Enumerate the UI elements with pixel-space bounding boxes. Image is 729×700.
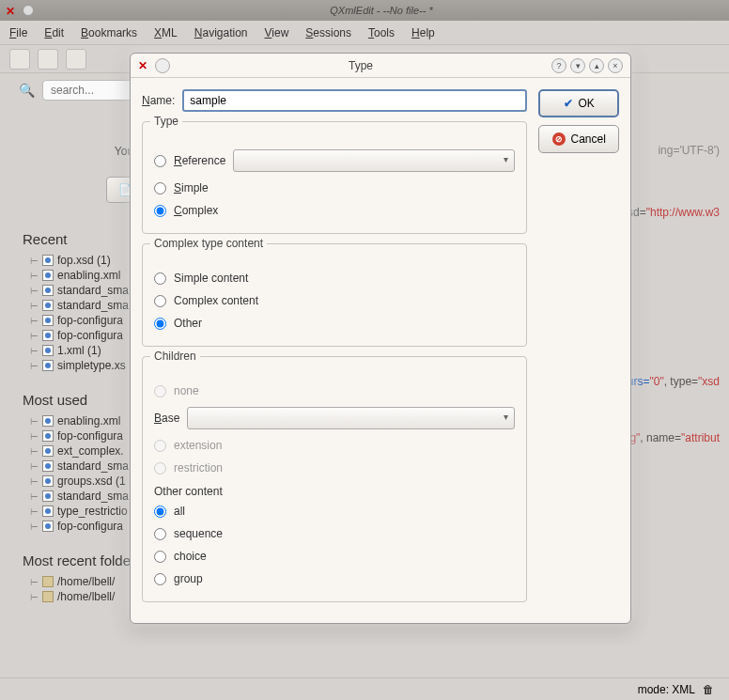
dialog-x-icon[interactable]: × bbox=[608, 58, 623, 73]
window-control-icon[interactable] bbox=[23, 5, 34, 16]
simple-content-radio[interactable] bbox=[154, 272, 166, 285]
menu-view[interactable]: View bbox=[265, 26, 289, 39]
file-icon bbox=[42, 330, 54, 341]
reference-combo[interactable] bbox=[233, 149, 515, 172]
folder-icon bbox=[42, 576, 54, 587]
dialog-title: Type bbox=[170, 59, 551, 72]
other-content-label: Other content bbox=[152, 479, 517, 500]
simple-content-label: Simple content bbox=[174, 272, 248, 285]
group-radio[interactable] bbox=[154, 573, 166, 585]
simple-label: Simple bbox=[174, 181, 209, 194]
cancel-button[interactable]: ⊘ Cancel bbox=[538, 125, 619, 153]
file-icon bbox=[42, 360, 54, 371]
file-icon bbox=[42, 345, 54, 356]
menubar: File Edit Bookmarks XML Navigation View … bbox=[0, 21, 729, 45]
base-combo[interactable] bbox=[187, 407, 515, 429]
extension-label: extension bbox=[174, 439, 222, 452]
dialog-close-icon[interactable]: ✕ bbox=[138, 59, 151, 72]
type-dialog: ✕ Type ? ▾ ▴ × Name: Type Reference bbox=[130, 53, 631, 624]
ctc-legend: Complex type content bbox=[150, 237, 267, 250]
file-icon bbox=[42, 475, 54, 487]
reference-radio[interactable] bbox=[154, 155, 166, 167]
file-icon bbox=[42, 506, 54, 517]
folder-icon bbox=[42, 591, 54, 602]
sequence-radio[interactable] bbox=[154, 528, 166, 540]
none-radio bbox=[154, 385, 166, 397]
file-icon bbox=[42, 430, 54, 442]
file-icon bbox=[42, 300, 54, 311]
children-legend: Children bbox=[150, 350, 200, 363]
all-radio[interactable] bbox=[154, 506, 166, 518]
menu-sessions[interactable]: Sessions bbox=[305, 26, 351, 39]
file-icon bbox=[42, 255, 54, 266]
menu-help[interactable]: Help bbox=[411, 26, 435, 39]
save-button[interactable] bbox=[66, 49, 86, 70]
group-label: group bbox=[174, 572, 203, 585]
file-icon bbox=[42, 270, 54, 281]
choice-label: choice bbox=[174, 550, 207, 563]
file-icon bbox=[42, 490, 54, 502]
window-close-icon[interactable]: ✕ bbox=[6, 5, 17, 16]
base-label: Base bbox=[154, 412, 179, 425]
complex-content-label: Complex content bbox=[174, 294, 258, 307]
restriction-label: restriction bbox=[174, 461, 223, 474]
name-input[interactable] bbox=[182, 89, 527, 112]
all-label: all bbox=[174, 505, 185, 518]
xml-fragment: ing='UTF-8') sd="http://www.w3 curs="0",… bbox=[621, 103, 720, 485]
cancel-icon: ⊘ bbox=[552, 132, 566, 146]
choice-radio[interactable] bbox=[154, 551, 166, 563]
extension-radio bbox=[154, 440, 166, 452]
dialog-max-icon[interactable]: ▴ bbox=[589, 58, 604, 73]
menu-edit[interactable]: Edit bbox=[44, 26, 64, 39]
restriction-radio bbox=[154, 462, 166, 474]
status-icon: 🗑 bbox=[703, 683, 714, 696]
window-title: QXmlEdit - --No file-- * bbox=[39, 5, 723, 16]
dialog-control-icon[interactable] bbox=[155, 58, 170, 73]
ok-button[interactable]: ✔ OK bbox=[538, 89, 619, 117]
menu-file[interactable]: File bbox=[9, 26, 27, 39]
reference-label: Reference bbox=[174, 154, 225, 167]
dialog-min-icon[interactable]: ▾ bbox=[570, 58, 585, 73]
file-icon bbox=[42, 415, 54, 427]
complex-content-radio[interactable] bbox=[154, 295, 166, 307]
type-legend: Type bbox=[150, 115, 182, 128]
other-radio[interactable] bbox=[154, 318, 166, 330]
name-label: Name: bbox=[142, 94, 175, 107]
sequence-label: sequence bbox=[174, 527, 223, 540]
none-label: none bbox=[174, 384, 199, 397]
file-icon bbox=[42, 315, 54, 326]
file-icon bbox=[42, 521, 54, 532]
dialog-help-icon[interactable]: ? bbox=[551, 58, 566, 73]
file-icon bbox=[42, 445, 54, 457]
ok-icon: ✔ bbox=[564, 97, 573, 110]
menu-xml[interactable]: XML bbox=[154, 26, 178, 39]
menu-navigation[interactable]: Navigation bbox=[194, 26, 248, 39]
simple-radio[interactable] bbox=[154, 182, 166, 194]
menu-bookmarks[interactable]: Bookmarks bbox=[81, 26, 137, 39]
file-icon bbox=[42, 460, 54, 472]
complex-label: Complex bbox=[174, 204, 218, 217]
open-button[interactable] bbox=[38, 49, 58, 70]
status-mode: mode: XML bbox=[638, 683, 695, 696]
complex-radio[interactable] bbox=[154, 205, 166, 217]
menu-tools[interactable]: Tools bbox=[368, 26, 395, 39]
file-icon bbox=[42, 285, 54, 296]
new-button[interactable] bbox=[9, 49, 30, 70]
other-label: Other bbox=[174, 317, 202, 330]
